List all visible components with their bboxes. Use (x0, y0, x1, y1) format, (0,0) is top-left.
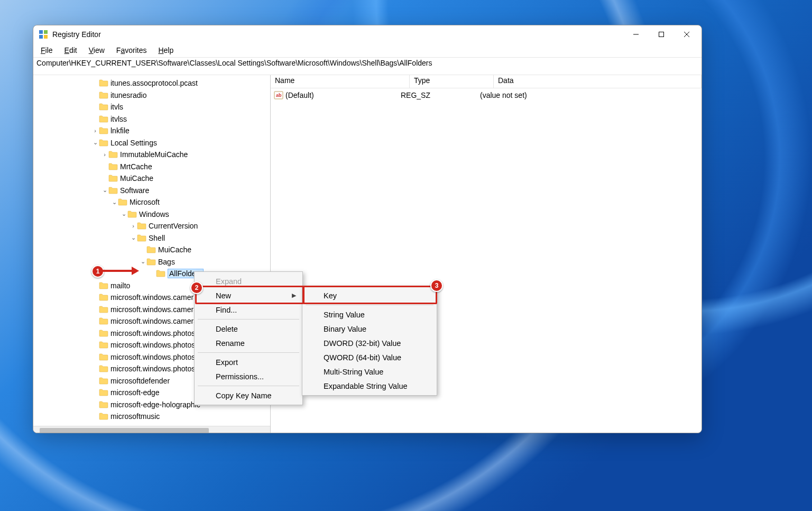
folder-icon (99, 127, 108, 134)
tree-item-windows[interactable]: ⌄Windows (33, 208, 270, 221)
tree-item-itvlss[interactable]: itvlss (33, 113, 270, 125)
submenu-multi-string[interactable]: Multi-String Value (303, 364, 436, 379)
context-menu: Expand New▶ Find... Delete Rename Export… (194, 271, 303, 405)
tree-item-label: microsoft.windows.photos.vi (110, 364, 202, 373)
tree-item-microsoft[interactable]: ⌄Microsoft (33, 196, 270, 208)
tree-item-local-settings[interactable]: ⌄Local Settings (33, 137, 270, 149)
folder-icon (99, 365, 108, 372)
title-bar[interactable]: Registry Editor (33, 25, 702, 43)
tree-item-microsoftmusic[interactable]: microsoftmusic (33, 410, 270, 423)
tree-item-label: microsoft.windows.photos.cr (110, 329, 204, 337)
ctx-copy-key-name[interactable]: Copy Key Name (196, 388, 301, 403)
submenu-binary[interactable]: Binary Value (303, 322, 436, 336)
chevron-down-icon[interactable]: ⌄ (110, 199, 118, 206)
tree-item-currentversion[interactable]: ›CurrentVersion (33, 220, 270, 232)
ctx-new[interactable]: New▶ (196, 288, 301, 303)
chevron-right-icon[interactable]: › (91, 127, 99, 134)
ctx-delete[interactable]: Delete (196, 322, 301, 336)
tree-item-label: microsoft-edge (110, 388, 160, 397)
tree-item-label: MuiCache (158, 245, 191, 254)
chevron-down-icon[interactable]: ⌄ (120, 211, 127, 217)
chevron-right-icon: ▶ (292, 292, 296, 299)
svg-rect-1 (44, 30, 48, 34)
tree-item-label: Microsoft (130, 198, 160, 206)
svg-rect-5 (659, 32, 664, 37)
menu-view[interactable]: View (87, 45, 107, 56)
folder-icon (99, 139, 108, 147)
tree-item-label: itunesradio (110, 91, 147, 99)
tree-item-label: microsoftmusic (110, 412, 160, 421)
ctx-export[interactable]: Export (196, 355, 301, 369)
separator (306, 305, 433, 305)
maximize-button[interactable] (649, 25, 674, 43)
tree-item-itunesradio[interactable]: itunesradio (33, 89, 270, 102)
tree-item-itvls[interactable]: itvls (33, 101, 270, 113)
tree-item-label: itunes.assocprotocol.pcast (110, 79, 198, 87)
close-button[interactable] (674, 25, 699, 43)
chevron-right-icon[interactable]: › (130, 223, 137, 229)
folder-icon (99, 389, 108, 396)
minimize-button[interactable] (623, 25, 649, 43)
ctx-permissions[interactable]: Permissions... (196, 369, 301, 384)
value-name: (Default) (285, 91, 401, 99)
column-data[interactable]: Data (494, 75, 702, 88)
tree-item-label: Windows (139, 210, 169, 218)
svg-text:ab: ab (276, 93, 282, 98)
value-row[interactable]: ab(Default)REG_SZ(value not set) (271, 89, 702, 101)
tree-item-software[interactable]: ⌄Software (33, 185, 270, 197)
tree-item-mrtcache[interactable]: MrtCache (33, 161, 270, 173)
folder-icon (99, 317, 108, 325)
horizontal-scrollbar[interactable] (33, 426, 270, 433)
tree-item-shell[interactable]: ⌄Shell (33, 232, 270, 244)
tree-item-bags[interactable]: ⌄Bags (33, 256, 270, 268)
column-type[interactable]: Type (410, 75, 494, 88)
tree-item-muicache[interactable]: MuiCache (33, 172, 270, 185)
tree-item-label: Bags (158, 258, 175, 266)
tree-item-label: microsoft.windows.camera (110, 293, 198, 302)
chevron-right-icon[interactable]: › (101, 151, 108, 158)
submenu-string[interactable]: String Value (303, 307, 436, 322)
column-name[interactable]: Name (271, 75, 410, 88)
tree-item-muicache[interactable]: MuiCache (33, 244, 270, 256)
address-bar[interactable]: Computer\HKEY_CURRENT_USER\Software\Clas… (33, 57, 702, 75)
folder-icon (99, 401, 108, 408)
chevron-down-icon[interactable]: ⌄ (130, 234, 137, 241)
registry-editor-window: Registry Editor File Edit View Favorites… (33, 25, 702, 433)
chevron-down-icon[interactable]: ⌄ (139, 258, 146, 265)
submenu-expandable-string[interactable]: Expandable String Value (303, 379, 436, 393)
menu-favorites[interactable]: Favorites (114, 45, 149, 56)
ctx-find[interactable]: Find... (196, 303, 301, 317)
tree-item-immutablemuicache[interactable]: ›ImmutableMuiCache (33, 149, 270, 161)
tree-item-label: Shell (149, 234, 165, 242)
folder-icon (146, 246, 156, 253)
separator (198, 352, 299, 353)
menu-edit[interactable]: Edit (62, 45, 79, 56)
folder-icon (127, 211, 137, 218)
svg-rect-0 (39, 30, 43, 34)
submenu-dword[interactable]: DWORD (32-bit) Value (303, 336, 436, 350)
ctx-rename[interactable]: Rename (196, 336, 301, 350)
values-header[interactable]: Name Type Data (271, 75, 702, 88)
tree-item-label: Software (120, 186, 149, 195)
folder-icon (137, 222, 146, 230)
chevron-down-icon[interactable]: ⌄ (101, 187, 108, 194)
tree-item-label: microsoft.windows.photos.se (110, 353, 205, 361)
tree-item-label: MuiCache (120, 174, 153, 182)
folder-icon (108, 151, 118, 158)
tree-item-lnkfile[interactable]: ›lnkfile (33, 125, 270, 137)
tree-item-itunes-assocprotocol-pcast[interactable]: itunes.assocprotocol.pcast (33, 77, 270, 89)
menu-help[interactable]: Help (156, 45, 176, 56)
folder-icon (156, 270, 165, 277)
separator (198, 319, 299, 320)
tree-item-label: itvls (110, 103, 123, 111)
menu-file[interactable]: File (39, 45, 55, 56)
tree-item-label: itvlss (110, 115, 127, 123)
folder-icon (99, 294, 108, 301)
submenu-qword[interactable]: QWORD (64-bit) Value (303, 350, 436, 364)
tree-item-label: mailto (110, 281, 130, 290)
chevron-down-icon[interactable]: ⌄ (91, 139, 99, 146)
submenu-key[interactable]: Key (303, 288, 436, 303)
folder-icon (118, 198, 127, 206)
tree-item-label: MrtCache (120, 162, 152, 171)
folder-icon (99, 353, 108, 361)
